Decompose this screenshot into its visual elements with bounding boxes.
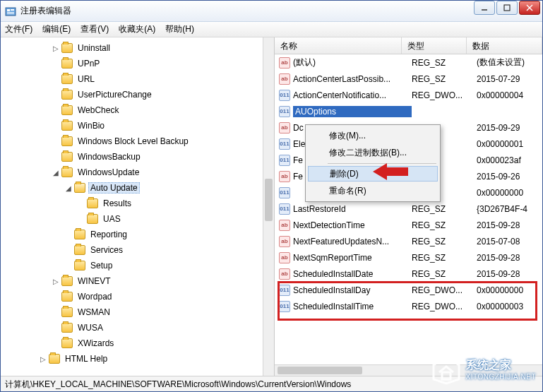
col-header-name[interactable]: 名称 [275,37,402,54]
list-row[interactable]: abActionCenterLastPossib...REG_SZ2015-07… [275,71,542,87]
no-expand-icon [52,153,60,161]
cell-data: (数值未设置) [477,57,542,69]
cell-data: 0x00000003 [477,302,542,311]
tree-item[interactable]: Services [1,242,274,258]
tree-item[interactable]: WebCheck [1,102,274,118]
tree-item[interactable]: UAS [1,211,274,227]
list-row[interactable]: abScheduledInstallDateREG_SZ2015-09-28 [275,266,542,282]
maximize-button[interactable] [496,1,518,15]
tree-item-label: Wordpad [76,291,114,302]
cell-name: AUOptions [293,106,412,117]
tree-item[interactable]: UPnP [1,56,274,71]
list-row[interactable]: abNextFeaturedUpdatesN...REG_SZ2015-07-0… [275,233,542,249]
cell-data: 0x00000004 [477,90,542,100]
tree-item[interactable]: Reporting [1,227,274,242]
tree-item[interactable]: WSMAN [1,304,274,320]
tree-item[interactable]: ◢WindowsUpdate [1,165,274,180]
cell-data: 0x00000000 [477,188,542,198]
expand-icon[interactable]: ▷ [52,277,60,285]
string-value-icon: ab [279,268,290,280]
close-button[interactable] [519,1,540,15]
expand-icon[interactable]: ▷ [52,44,60,52]
tree-item-label: UserPictureChange [76,89,154,100]
tree-item[interactable]: ▷Uninstall [1,40,274,56]
cell-data: 2015-09-29 [477,123,542,133]
tree-item[interactable]: WinBio [1,118,274,133]
tree-item[interactable]: ▷HTML Help [1,351,274,367]
collapse-icon[interactable]: ◢ [64,184,73,192]
watermark-subtitle: XITONGZHIJIA.NET [466,373,537,381]
collapse-icon[interactable]: ◢ [52,168,60,177]
list-row[interactable]: 011ScheduledInstallTimeREG_DWO...0x00000… [275,298,542,314]
svg-rect-11 [442,372,450,379]
col-header-type[interactable]: 类型 [402,37,467,54]
tree-item[interactable]: URL [1,71,274,87]
tree-item[interactable]: XWizards [1,335,274,351]
no-expand-icon [77,199,85,208]
binary-value-icon: 011 [279,187,290,198]
cell-type: REG_SZ [412,204,477,214]
list-row[interactable]: ab(默认)REG_SZ(数值未设置) [275,54,542,71]
no-expand-icon [64,246,73,254]
folder-icon [61,167,73,177]
no-expand-icon [52,137,60,145]
tree-item-label: WindowsBackup [76,151,143,162]
titlebar[interactable]: 注册表编辑器 [1,1,542,22]
cell-type: REG_DWO... [412,285,477,295]
folder-icon [61,152,73,162]
ctx-modify-binary[interactable]: 修改二进制数据(B)... [308,144,438,161]
menubar: 文件(F) 编辑(E) 查看(V) 收藏夹(A) 帮助(H) [1,22,542,37]
svg-rect-4 [7,13,14,14]
cell-type: REG_SZ [412,253,477,263]
no-expand-icon [64,261,73,270]
binary-value-icon: 011 [279,90,290,101]
tree-item[interactable]: Wordpad [1,289,274,304]
folder-icon [61,292,73,302]
ctx-rename[interactable]: 重命名(R) [308,182,438,199]
binary-value-icon: 011 [279,106,290,117]
tree-item[interactable]: ◢Auto Update [1,180,274,196]
tree-item-label: UAS [101,213,123,225]
scrollbar-thumb[interactable] [265,179,273,221]
menu-view[interactable]: 查看(V) [80,23,109,35]
scrollbar-thumb[interactable] [278,367,362,374]
list-row[interactable]: 011ScheduledInstallDayREG_DWO...0x000000… [275,282,542,298]
string-value-icon: ab [279,171,290,182]
tree-item[interactable]: WUSA [1,320,274,335]
list-row[interactable]: 011LastRestoreIdREG_SZ{3D267B4F-4 [275,201,542,217]
tree[interactable]: ▷UninstallUPnPURLUserPictureChangeWebChe… [1,37,274,367]
menu-file[interactable]: 文件(F) [5,23,32,35]
no-expand-icon [52,59,60,68]
menu-favorites[interactable]: 收藏夹(A) [119,23,155,35]
tree-item[interactable]: WindowsBackup [1,149,274,165]
menu-edit[interactable]: 编辑(E) [42,23,71,35]
tree-item[interactable]: UserPictureChange [1,87,274,102]
tree-item[interactable]: Setup [1,258,274,273]
ctx-modify[interactable]: 修改(M)... [308,127,438,144]
tree-item[interactable]: Windows Block Level Backup [1,133,274,149]
tree-vscrollbar[interactable] [263,37,274,376]
folder-icon [61,59,73,69]
binary-value-icon: 011 [279,155,290,166]
tree-item-label: Reporting [88,229,129,240]
expand-icon[interactable]: ▷ [39,355,47,363]
folder-icon [61,323,73,333]
svg-rect-1 [7,9,10,11]
tree-item[interactable]: Results [1,196,274,211]
menu-help[interactable]: 帮助(H) [165,23,194,35]
list-row[interactable]: abNextDetectionTimeREG_SZ2015-09-28 [275,217,542,233]
folder-icon [61,105,73,115]
svg-rect-3 [7,12,14,13]
watermark-logo-icon [431,354,462,385]
minimize-button[interactable] [474,1,495,15]
watermark-title: 系统之家 [466,358,537,373]
tree-item[interactable]: ▷WINEVT [1,273,274,289]
folder-icon [61,74,73,84]
list-row[interactable]: 011ActionCenterNotificatio...REG_DWO...0… [275,87,542,103]
string-value-icon: ab [279,122,290,133]
cell-name: NextSqmReportTime [293,253,412,263]
list-row[interactable]: 011AUOptions [275,103,542,119]
list-row[interactable]: abNextSqmReportTimeREG_SZ2015-09-28 [275,249,542,266]
list-header[interactable]: 名称 类型 数据 [275,37,542,54]
col-header-data[interactable]: 数据 [467,37,542,54]
